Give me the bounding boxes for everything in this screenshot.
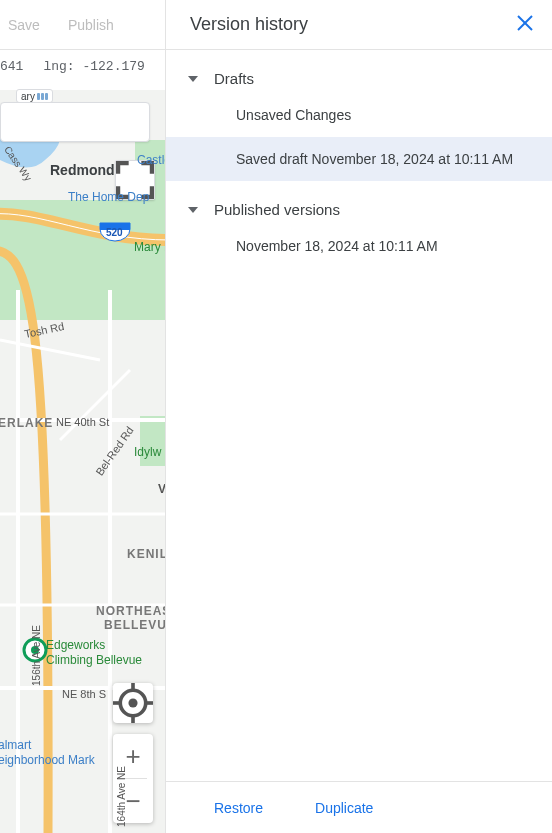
svg-point-8 bbox=[128, 698, 137, 707]
lng-value: -122.179 bbox=[82, 59, 144, 74]
close-icon bbox=[516, 14, 534, 32]
section-published-header[interactable]: Published versions bbox=[166, 181, 552, 224]
section-drafts-label: Drafts bbox=[214, 70, 254, 87]
panel-title: Version history bbox=[190, 14, 308, 35]
save-button[interactable]: Save bbox=[8, 17, 40, 33]
close-button[interactable] bbox=[516, 14, 534, 36]
chevron-down-icon bbox=[188, 207, 198, 213]
draft-item-unsaved[interactable]: Unsaved Changes bbox=[166, 93, 552, 137]
restore-button[interactable]: Restore bbox=[214, 800, 263, 816]
library-icon bbox=[37, 93, 48, 100]
map-canvas[interactable]: ary + − Redmond The Home Dep Mary Moor P… bbox=[0, 90, 165, 833]
panel-body: Drafts Unsaved Changes Saved draft Novem… bbox=[166, 50, 552, 781]
zoom-in-button[interactable]: + bbox=[113, 734, 153, 778]
panel-footer: Restore Duplicate bbox=[166, 781, 552, 833]
chevron-down-icon bbox=[188, 76, 198, 82]
crosshair-icon bbox=[113, 683, 153, 723]
svg-point-5 bbox=[31, 646, 39, 654]
map-search-input[interactable] bbox=[0, 102, 150, 142]
chip-label: ary bbox=[21, 91, 35, 102]
map-poi-chip[interactable]: ary bbox=[16, 89, 53, 103]
section-drafts-header[interactable]: Drafts bbox=[166, 50, 552, 93]
lng-label-wrap: lng: -122.179 bbox=[43, 59, 144, 74]
section-published-label: Published versions bbox=[214, 201, 340, 218]
draft-item-saved[interactable]: Saved draft November 18, 2024 at 10:11 A… bbox=[166, 137, 552, 181]
locate-button[interactable] bbox=[113, 683, 153, 723]
zoom-control: + − bbox=[113, 734, 153, 823]
version-history-panel: Version history Drafts Unsaved Changes S… bbox=[165, 0, 552, 833]
zoom-out-button[interactable]: − bbox=[113, 779, 153, 823]
fullscreen-button[interactable] bbox=[115, 160, 155, 200]
fullscreen-icon bbox=[116, 161, 154, 199]
lat-value: 641 bbox=[0, 59, 23, 74]
lng-label: lng: bbox=[43, 59, 74, 74]
publish-button[interactable]: Publish bbox=[68, 17, 114, 33]
panel-header: Version history bbox=[166, 0, 552, 50]
duplicate-button[interactable]: Duplicate bbox=[315, 800, 373, 816]
svg-rect-6 bbox=[100, 223, 130, 230]
svg-rect-3 bbox=[140, 416, 165, 466]
published-item[interactable]: November 18, 2024 at 10:11 AM bbox=[166, 224, 552, 268]
